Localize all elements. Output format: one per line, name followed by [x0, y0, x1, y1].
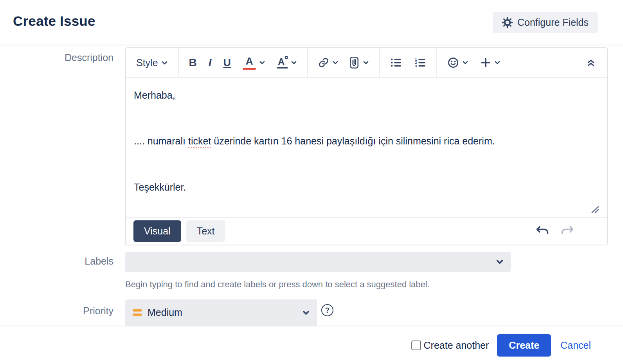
emoji-button[interactable] [447, 57, 468, 68]
attachment-button[interactable] [349, 56, 369, 69]
insert-more-button[interactable] [480, 57, 501, 68]
header-divider [0, 45, 623, 45]
chevron-down-icon [462, 59, 468, 66]
emoji-icon [447, 57, 459, 68]
plus-icon [480, 57, 491, 68]
priority-label: Priority [0, 305, 113, 317]
create-button[interactable]: Create [497, 334, 551, 357]
resize-handle-icon[interactable] [591, 206, 600, 214]
cancel-link[interactable]: Cancel [560, 340, 591, 351]
create-another-label: Create another [424, 340, 489, 351]
chevron-down-icon [496, 258, 504, 266]
undo-button[interactable] [535, 225, 549, 237]
chevron-down-icon [302, 309, 310, 317]
bullet-list-button[interactable] [390, 57, 402, 68]
labels-helper-text: Begin typing to find and create labels o… [125, 279, 430, 290]
tab-text[interactable]: Text [186, 220, 225, 242]
description-editor: Style B I U A A [125, 47, 608, 245]
chevron-down-icon [259, 59, 265, 66]
create-another-wrap: Create another [411, 340, 489, 351]
editor-paragraph: Merhaba, [134, 89, 599, 101]
paperclip-icon [349, 56, 360, 69]
text-color-icon: A [243, 56, 256, 70]
create-another-checkbox[interactable] [411, 341, 421, 350]
bold-button[interactable]: B [189, 56, 197, 69]
underline-button[interactable]: U [223, 57, 231, 69]
editor-toolbar: Style B I U A A [126, 48, 607, 78]
create-issue-dialog: Create Issue Configure Fields Descriptio… [0, 0, 623, 364]
dialog-footer: Create another Create Cancel [0, 326, 623, 364]
labels-label: Labels [0, 256, 113, 267]
link-icon [318, 57, 329, 68]
configure-fields-label: Configure Fields [517, 17, 589, 28]
configure-fields-button[interactable]: Configure Fields [493, 12, 598, 33]
chevron-down-icon [291, 59, 297, 66]
editor-mode-bar: Visual Text [126, 217, 607, 245]
italic-button[interactable]: I [209, 56, 212, 69]
history-controls [535, 225, 600, 237]
misspelled-word: ticket [188, 135, 211, 148]
link-button[interactable] [318, 57, 339, 68]
description-label: Description [0, 52, 113, 63]
editor-paragraph: Teşekkürler. [134, 181, 599, 193]
bullet-list-icon [390, 57, 402, 68]
tab-visual[interactable]: Visual [133, 220, 181, 242]
gear-icon [502, 17, 513, 28]
labels-select[interactable] [125, 252, 511, 272]
page-title: Create Issue [13, 13, 95, 29]
editor-paragraph: .... numaralı ticket üzerinde kartın 16 … [134, 135, 599, 147]
numbered-list-icon: 1 2 3 [414, 57, 426, 68]
chevron-down-icon [161, 59, 168, 66]
text-color-button[interactable]: A [243, 56, 265, 70]
chevron-down-icon [332, 59, 339, 66]
font-size-icon: A [277, 57, 288, 68]
redo-icon [560, 225, 574, 236]
numbered-list-button[interactable]: 1 2 3 [414, 57, 426, 68]
font-size-button[interactable]: A [277, 57, 297, 68]
chevron-down-icon [494, 59, 501, 66]
chevron-down-icon [363, 59, 369, 66]
redo-button[interactable] [560, 225, 574, 237]
description-textarea[interactable]: Merhaba, .... numaralı ticket üzerinde k… [126, 78, 607, 218]
style-dropdown[interactable]: Style [136, 57, 168, 68]
style-dropdown-label: Style [136, 57, 158, 68]
double-chevron-up-icon [586, 57, 596, 67]
priority-select[interactable]: Medium [125, 299, 317, 326]
priority-help-icon[interactable]: ? [321, 304, 333, 316]
undo-icon [535, 225, 549, 236]
svg-text:3: 3 [415, 64, 417, 68]
priority-medium-icon [133, 309, 142, 316]
priority-select-value: Medium [148, 307, 182, 318]
collapse-toolbar-button[interactable] [586, 57, 596, 68]
